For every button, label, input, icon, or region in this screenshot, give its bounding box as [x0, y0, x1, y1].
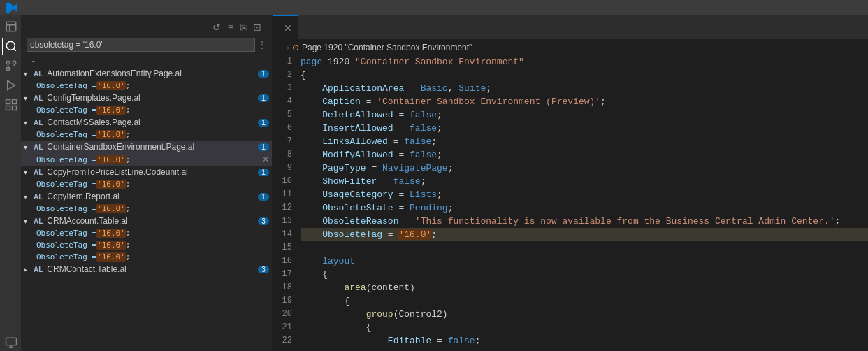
activity-explorer[interactable] [2, 18, 19, 35]
code-token: ; [431, 136, 437, 147]
match-item[interactable]: ObsoleteTag = '16.0';✕ [21, 153, 272, 166]
match-count-badge: 3 [258, 217, 269, 225]
regex-button[interactable] [150, 44, 153, 45]
code-line: 9 PageType = NavigatePage; [273, 162, 868, 175]
svg-rect-10 [6, 338, 17, 345]
code-token [301, 123, 322, 134]
code-token: = [393, 150, 410, 160]
code-token: = [398, 216, 414, 227]
activity-extensions[interactable] [2, 96, 19, 113]
clear-results-button[interactable]: ≡ [226, 21, 236, 34]
line-content: group(Control2) [301, 308, 868, 321]
file-header[interactable]: ▾ AL CRMAccount.Table.al 3 [21, 215, 272, 227]
svg-rect-7 [13, 100, 17, 104]
line-number: 12 [273, 201, 301, 215]
line-number: 9 [273, 162, 301, 175]
match-highlight: '16.0' [96, 241, 126, 250]
copy-all-button[interactable]: ⎘ [238, 21, 248, 34]
match-highlight: '16.0' [96, 81, 126, 90]
chevron-icon: ▾ [24, 70, 31, 78]
code-token: 1920 [322, 57, 355, 67]
line-content [301, 241, 868, 255]
code-token: = [404, 83, 420, 94]
search-input[interactable] [30, 40, 142, 50]
line-content: ModifyAllowed = false; [301, 148, 868, 162]
whole-word-button[interactable] [146, 44, 149, 45]
code-line: 19 { [273, 294, 868, 308]
file-header[interactable]: ▸ AL CRMContact.Table.al 3 [21, 263, 272, 275]
svg-point-3 [13, 61, 16, 64]
line-number: 11 [273, 188, 301, 201]
match-count-badge: 1 [258, 169, 269, 176]
activity-source-control[interactable] [2, 57, 19, 74]
activity-remote[interactable] [2, 334, 19, 351]
match-count-badge: 1 [258, 70, 269, 78]
code-editor[interactable]: 1page 1920 "Container Sandbox Environmen… [273, 55, 868, 351]
file-type-label: AL [34, 70, 43, 78]
chevron-icon: ▾ [24, 119, 31, 127]
line-number: 15 [273, 241, 301, 255]
code-token: = [393, 203, 410, 213]
match-highlight: '16.0' [96, 204, 126, 213]
match-item[interactable]: ObsoleteTag = '16.0'; [21, 129, 272, 141]
code-token: = [366, 163, 382, 173]
line-content: InsertAllowed = false; [301, 122, 868, 135]
refresh-results-button[interactable]: ↺ [210, 21, 223, 34]
file-header[interactable]: ▾ AL ConfigTemplates.Page.al 1 [21, 92, 272, 104]
code-line: 14 ObsoleteTag = '16.0'; [273, 228, 868, 241]
file-group: ▾ AL CopyFromToPriceListLine.Codeunit.al… [21, 166, 272, 190]
code-token: '16.0' [398, 229, 431, 240]
search-input-actions [142, 44, 153, 45]
match-item[interactable]: ObsoleteTag = '16.0'; [21, 239, 272, 251]
chevron-icon: ▸ [24, 266, 31, 273]
line-number: 4 [273, 95, 301, 108]
code-token: = [393, 189, 410, 200]
code-token: ObsoleteTag [322, 229, 382, 240]
case-sensitive-button[interactable] [142, 44, 145, 45]
code-line: 22 Editable = false; [273, 334, 868, 348]
line-content: page 1920 "Container Sandbox Environment… [301, 55, 868, 69]
match-item[interactable]: ObsoleteTag = '16.0'; [21, 178, 272, 190]
breadcrumb-symbol[interactable]: Page 1920 "Container Sandbox Environment… [302, 43, 472, 52]
line-number: 21 [273, 321, 301, 334]
code-token: area [344, 282, 366, 293]
line-content: DeleteAllowed = false; [301, 108, 868, 122]
code-line: 10 ShowFilter = false; [273, 175, 868, 188]
code-token [301, 336, 388, 346]
file-header[interactable]: ▾ AL ContactMSSales.Page.al 1 [21, 116, 272, 129]
collapse-all-button[interactable]: ⊡ [251, 21, 263, 34]
code-token: page [301, 57, 322, 67]
file-header[interactable]: ▾ AL CopyFromToPriceListLine.Codeunit.al… [21, 166, 272, 178]
activity-run[interactable] [2, 77, 19, 94]
match-item[interactable]: ObsoleteTag = '16.0'; [21, 104, 272, 116]
chevron-icon: ▾ [24, 169, 31, 176]
svg-rect-8 [6, 106, 10, 110]
file-group: ▾ AL AutomationExtensionsEntity.Page.al … [21, 67, 272, 92]
tab-close-button[interactable]: ✕ [284, 22, 292, 34]
file-name-label: CopyItem.Report.al [47, 192, 255, 201]
editor-tab-active[interactable]: ✕ [273, 15, 298, 39]
file-header[interactable]: ▾ AL CopyItem.Report.al 1 [21, 190, 272, 203]
code-token: ; [475, 336, 481, 346]
code-token [301, 150, 322, 160]
activity-search[interactable] [2, 38, 19, 55]
code-token: ObsoleteReason [322, 216, 398, 227]
code-token: false [448, 336, 475, 346]
code-token: false [393, 176, 421, 187]
file-name-label: CopyFromToPriceListLine.Codeunit.al [47, 167, 255, 177]
code-token: ; [421, 176, 426, 187]
match-item[interactable]: ObsoleteTag = '16.0'; [21, 227, 272, 239]
match-count-badge: 1 [258, 94, 269, 102]
file-type-label: AL [34, 94, 43, 102]
file-header[interactable]: ▾ AL AutomationExtensionsEntity.Page.al … [21, 67, 272, 80]
code-token: ; [448, 163, 454, 173]
file-header[interactable]: ▾ AL ContainerSandboxEnvironment.Page.al… [21, 141, 272, 153]
code-token: ; [431, 229, 437, 240]
match-item[interactable]: ObsoleteTag = '16.0'; [21, 80, 272, 92]
match-dismiss-button[interactable]: ✕ [262, 155, 269, 164]
expand-collapse-button[interactable]: ⋮ [258, 40, 266, 50]
code-token: layout [322, 256, 355, 266]
match-item[interactable]: ObsoleteTag = '16.0'; [21, 251, 272, 263]
match-item[interactable]: ObsoleteTag = '16.0'; [21, 203, 272, 215]
code-token [301, 229, 322, 240]
